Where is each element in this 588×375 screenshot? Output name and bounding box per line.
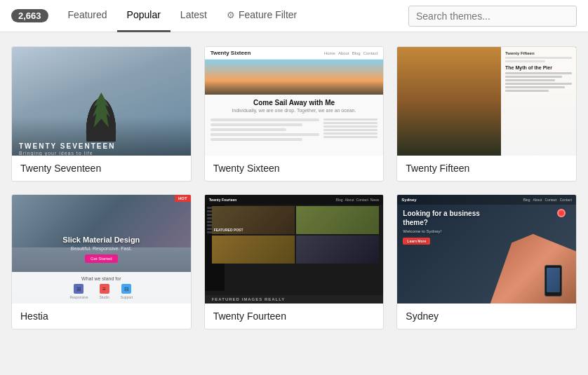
- themes-grid: TWENTY SEVENTEEN Bringing your ideas to …: [0, 32, 588, 343]
- theme-name-twenty-fourteen: Twenty Fourteen: [205, 304, 384, 329]
- studio-icon: ≡: [100, 284, 109, 294]
- tab-popular-label: Popular: [127, 9, 161, 20]
- hestia-icon-label-1: Responsive: [69, 295, 88, 299]
- tab-feature-filter[interactable]: ⚙ Feature Filter: [217, 0, 307, 32]
- theme-name-twenty-sixteen: Twenty Sixteen: [205, 156, 384, 181]
- theme-name-sydney: Sydney: [397, 304, 576, 329]
- theme-thumbnail-sydney: Sydney Blog About Contact Contact Lookin…: [397, 195, 576, 304]
- thumb-title-seventeen: TWENTY SEVENTEEN: [19, 142, 115, 150]
- fourteen-logo: Twenty Fourteen: [209, 198, 237, 202]
- theme-card-twenty-sixteen[interactable]: Twenty Sixteen Home About Blog Contact C…: [204, 46, 385, 182]
- sixteen-site-nav: Home About Blog Contact: [324, 51, 377, 55]
- theme-card-twenty-fifteen[interactable]: Twenty Fifteen The Myth of the Pier Twen…: [396, 46, 577, 182]
- sixteen-post-subtitle: Individually, we are one drop. Together,…: [205, 108, 384, 116]
- tab-latest-label: Latest: [180, 9, 207, 20]
- thumb-subtitle-seventeen: Bringing your ideas to life: [19, 151, 93, 156]
- hestia-icon-responsive: ⊞ Responsive: [69, 284, 88, 299]
- sydney-logo: Sydney: [401, 198, 416, 202]
- fourteen-image-grid: FEATURED POST: [205, 205, 384, 265]
- fifteen-card-heading: The Myth of the Pier: [505, 65, 572, 71]
- fourteen-featured-bar: FEATURED IMAGES REALLY: [205, 295, 384, 304]
- tab-feature-filter-label: Feature Filter: [239, 9, 297, 20]
- hestia-icon-label-2: Studio: [100, 295, 109, 299]
- sixteen-content-area: [205, 116, 384, 146]
- sixteen-post-title: Come Sail Away with Me: [205, 95, 384, 108]
- responsive-icon: ⊞: [74, 284, 83, 294]
- hestia-icon-studio: ≡ Studio: [100, 284, 109, 299]
- sydney-cta-button: Learn More: [403, 238, 430, 245]
- theme-thumbnail-twenty-sixteen: Twenty Sixteen Home About Blog Contact C…: [205, 47, 384, 156]
- gear-icon: ⚙: [227, 10, 235, 20]
- sydney-nail-polish: [557, 209, 566, 217]
- hestia-bottom-title: What we stand for: [81, 276, 121, 281]
- fifteen-content-card: Twenty Fifteen The Myth of the Pier: [501, 47, 576, 156]
- fifteen-card-title: Twenty Fifteen: [505, 51, 572, 55]
- theme-thumbnail-twenty-seventeen: TWENTY SEVENTEEN Bringing your ideas to …: [12, 47, 191, 156]
- tab-latest[interactable]: Latest: [171, 0, 217, 32]
- theme-card-twenty-seventeen[interactable]: TWENTY SEVENTEEN Bringing your ideas to …: [11, 46, 192, 182]
- hestia-icon-support: ⊟ Support: [121, 284, 133, 299]
- theme-thumbnail-hestia: HOT Slick Material Design Beautiful. Res…: [12, 195, 191, 304]
- tab-featured-label: Featured: [68, 9, 107, 20]
- tab-featured[interactable]: Featured: [58, 0, 117, 32]
- sydney-hero-text: Looking for a business theme? Welcome to…: [403, 209, 487, 245]
- theme-thumbnail-twenty-fourteen: Twenty Fourteen Blog About Contact News: [205, 195, 384, 304]
- search-box: [408, 6, 577, 27]
- hestia-hero-text: Slick Material Design: [62, 236, 140, 244]
- theme-card-hestia[interactable]: HOT Slick Material Design Beautiful. Res…: [11, 194, 192, 329]
- sixteen-hero-image: [205, 60, 384, 95]
- theme-card-twenty-fourteen[interactable]: Twenty Fourteen Blog About Contact News: [204, 194, 385, 329]
- support-icon: ⊟: [121, 284, 131, 294]
- decorative-plant: [83, 93, 119, 142]
- sydney-sub-text: Welcome to Sydney!: [403, 229, 487, 235]
- sydney-nav-items: Blog About Contact Contact: [523, 198, 572, 202]
- sixteen-site-header: Twenty Sixteen Home About Blog Contact: [205, 47, 384, 60]
- fourteen-cell-2: [296, 206, 379, 234]
- fourteen-cell-4: [296, 236, 379, 264]
- fourteen-cell-1: FEATURED POST: [212, 206, 295, 234]
- fourteen-nav: Blog About Contact News: [335, 198, 379, 202]
- top-bar: 2,663 Featured Popular Latest ⚙ Feature …: [0, 0, 588, 32]
- hestia-hero-button: Get Started: [85, 254, 118, 263]
- theme-name-hestia: Hestia: [12, 304, 191, 329]
- theme-name-twenty-seventeen: Twenty Seventeen: [12, 156, 191, 181]
- theme-card-sydney[interactable]: Sydney Blog About Contact Contact Lookin…: [396, 194, 577, 329]
- sydney-nav: Sydney Blog About Contact Contact: [397, 195, 576, 205]
- theme-name-twenty-fifteen: Twenty Fifteen: [397, 156, 576, 181]
- nav-tabs: Featured Popular Latest ⚙ Feature Filter: [58, 0, 408, 32]
- sydney-phone: [544, 265, 562, 296]
- hestia-icons-row: ⊞ Responsive ≡ Studio ⊟ Support: [69, 284, 133, 299]
- fourteen-cell-3: [212, 236, 295, 264]
- search-input[interactable]: [408, 6, 577, 27]
- theme-count: 2,663: [11, 9, 48, 22]
- hestia-icon-label-3: Support: [121, 295, 133, 299]
- hestia-corner-badge: HOT: [175, 195, 191, 202]
- fourteen-header: Twenty Fourteen Blog About Contact News: [205, 195, 384, 205]
- sixteen-site-title: Twenty Sixteen: [211, 50, 251, 56]
- hestia-bottom-section: What we stand for ⊞ Responsive ≡ Studio …: [12, 272, 191, 304]
- theme-thumbnail-twenty-fifteen: Twenty Fifteen The Myth of the Pier: [397, 47, 576, 156]
- tab-popular[interactable]: Popular: [117, 0, 171, 32]
- hestia-hero-sub: Beautiful. Responsive. Fast.: [71, 246, 132, 251]
